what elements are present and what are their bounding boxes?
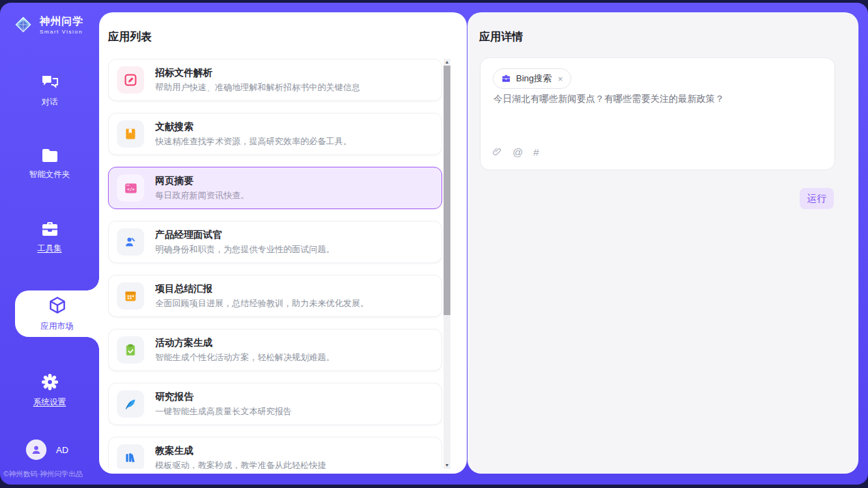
app-desc: 智能生成个性化活动方案，轻松解决规划难题。	[155, 352, 335, 364]
paperclip-icon[interactable]	[492, 146, 502, 158]
app-list-scrollbar[interactable]: ▲ ▼	[444, 59, 450, 469]
attachment-toolbar: @ #	[492, 146, 539, 158]
app-name: 网页摘要	[155, 175, 249, 187]
sidebar: 神州问学 Smart Vision 对话	[0, 3, 99, 485]
app-name: 研究报告	[155, 391, 292, 403]
app-card-bid-analysis[interactable]: 招标文件解析 帮助用户快速、准确地理解和解析招标书中的关键信息	[108, 59, 442, 101]
app-card-pm-interviewer[interactable]: 产品经理面试官 明确身份和职责，为您提供专业性的面试问题。	[108, 221, 442, 263]
app-desc: 帮助用户快速、准确地理解和解析招标书中的关键信息	[155, 82, 360, 94]
app-desc: 快速精准查找学术资源，提高研究效率的必备工具。	[155, 136, 352, 148]
app-card-web-summary[interactable]: </> 网页摘要 每日政府新闻资讯快查。	[108, 167, 442, 209]
tool-tag-bing-search[interactable]: Bing搜索 ×	[493, 68, 571, 89]
app-card-event-plan[interactable]: 活动方案生成 智能生成个性化活动方案，轻松解决规划难题。	[108, 329, 442, 371]
app-desc: 全面回顾项目进展，总结经验教训，助力未来优化发展。	[155, 298, 369, 310]
quill-icon	[117, 390, 144, 418]
app-name: 教案生成	[155, 445, 326, 457]
sidebar-item-label: 工具集	[38, 243, 62, 254]
interviewer-icon	[117, 228, 144, 256]
app-name: 活动方案生成	[155, 337, 335, 349]
query-card[interactable]: Bing搜索 × 今日湖北有哪些新闻要点？有哪些需要关注的最新政策？ @ #	[480, 57, 835, 170]
app-list-title: 应用列表	[108, 30, 152, 44]
tab-fillet-bottom	[87, 337, 99, 349]
sidebar-item-app-market[interactable]: 应用市场	[15, 290, 99, 337]
clipboard-check-icon	[117, 336, 144, 364]
app-desc: 一键智能生成高质量长文本研究报告	[155, 406, 292, 418]
close-icon[interactable]: ×	[558, 74, 563, 84]
gear-icon	[40, 372, 59, 392]
avatar	[26, 439, 46, 460]
briefcase-icon	[501, 74, 511, 83]
app-card-research-report[interactable]: 研究报告 一键智能生成高质量长文本研究报告	[108, 383, 442, 425]
at-icon[interactable]: @	[513, 147, 523, 158]
sidebar-item-chat[interactable]: 对话	[0, 71, 99, 111]
scroll-up-icon[interactable]: ▲	[444, 59, 450, 66]
book-icon	[117, 120, 144, 148]
pen-square-icon	[117, 66, 144, 94]
app-window: 神州问学 Smart Vision 对话	[0, 3, 868, 485]
copyright-text: ©神州数码·神州问学出品	[3, 470, 83, 479]
app-card-literature-search[interactable]: 文献搜索 快速精准查找学术资源，提高研究效率的必备工具。	[108, 113, 442, 155]
scrollbar-thumb[interactable]	[444, 66, 450, 315]
sidebar-nav: 对话 智能文件夹 工具集	[0, 71, 99, 444]
app-name: 招标文件解析	[155, 67, 360, 79]
app-name: 文献搜索	[155, 121, 352, 133]
app-card-project-summary[interactable]: 项目总结汇报 全面回顾项目进展，总结经验教训，助力未来优化发展。	[108, 275, 442, 317]
app-desc: 明确身份和职责，为您提供专业性的面试问题。	[155, 244, 335, 256]
brand-subtitle: Smart Vision	[40, 29, 83, 35]
main-area: 应用列表 招标文件解析 帮助用户快速、准确地理解和解析招标书中的关键信息	[99, 12, 858, 474]
app-name: 产品经理面试官	[155, 229, 335, 241]
app-list: 招标文件解析 帮助用户快速、准确地理解和解析招标书中的关键信息 文献搜索 快速精…	[108, 59, 442, 469]
user-account[interactable]: AD	[0, 439, 99, 460]
app-card-lesson-plan[interactable]: 教案生成 模板驱动，教案秒成，教学准备从此轻松快捷	[108, 437, 442, 469]
sidebar-item-smart-folder[interactable]: 智能文件夹	[0, 144, 99, 184]
toolbox-icon	[40, 220, 59, 238]
app-desc: 每日政府新闻资讯快查。	[155, 190, 249, 202]
brand-logo: 神州问学 Smart Vision	[0, 3, 99, 36]
svg-text:</>: </>	[126, 187, 134, 191]
app-detail-title: 应用详情	[479, 30, 523, 44]
app-desc: 模板驱动，教案秒成，教学准备从此轻松快捷	[155, 460, 326, 470]
calendar-icon	[117, 282, 144, 310]
query-text[interactable]: 今日湖北有哪些新闻要点？有哪些需要关注的最新政策？	[493, 92, 822, 106]
sidebar-item-label: 系统设置	[33, 396, 66, 408]
run-button[interactable]: 运行	[800, 188, 834, 209]
cube-icon	[47, 295, 68, 316]
folder-icon	[40, 148, 59, 164]
app-list-panel: 应用列表 招标文件解析 帮助用户快速、准确地理解和解析招标书中的关键信息	[99, 12, 467, 474]
sidebar-item-toolset[interactable]: 工具集	[0, 217, 99, 257]
sidebar-item-label: 智能文件夹	[29, 169, 70, 180]
sidebar-item-settings[interactable]: 系统设置	[0, 370, 99, 410]
app-detail-panel: 应用详情 Bing搜索 × 今日湖北有哪些新闻要点？有哪些需要关注的最新政策？	[467, 12, 858, 474]
app-name: 项目总结汇报	[155, 283, 369, 295]
browser-code-icon: </>	[117, 174, 144, 202]
tool-tag-label: Bing搜索	[516, 72, 552, 85]
books-icon	[117, 444, 144, 469]
hash-icon[interactable]: #	[533, 147, 539, 158]
user-name: AD	[56, 445, 68, 455]
brand-title: 神州问学	[40, 15, 83, 28]
sidebar-item-label: 对话	[42, 96, 58, 108]
sidebar-item-label: 应用市场	[41, 321, 74, 332]
diamond-logo-icon	[12, 14, 34, 36]
tab-fillet-top	[87, 278, 99, 290]
chat-bubbles-icon	[40, 74, 59, 92]
scroll-down-icon[interactable]: ▼	[444, 462, 450, 469]
